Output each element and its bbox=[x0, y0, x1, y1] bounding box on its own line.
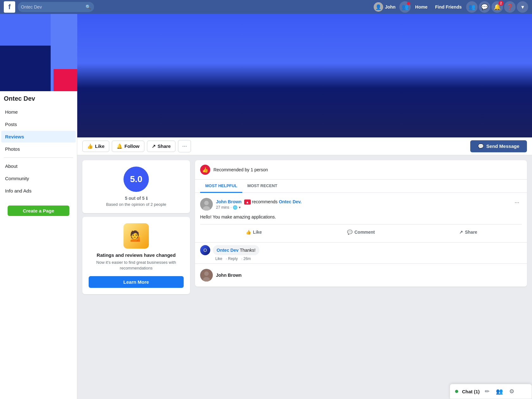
people-icon[interactable]: 👥 bbox=[466, 1, 478, 13]
profile-image-inner bbox=[0, 14, 77, 91]
reviewer-name-link[interactable]: John Brown bbox=[216, 199, 242, 204]
sidebar-item-reviews[interactable]: Reviews bbox=[1, 131, 76, 142]
group-icon: 👥 bbox=[468, 3, 475, 10]
comment-icon: 💬 bbox=[347, 230, 352, 235]
review-actions: 👍 Like 💬 Comment ↗ Share bbox=[200, 224, 522, 237]
comment-bubble: Ontec Dev Thanks! bbox=[213, 245, 259, 255]
comment-like-link[interactable]: Like bbox=[215, 256, 222, 261]
page-link[interactable]: Ontec Dev. bbox=[279, 199, 301, 204]
recommended-text: Recommended by 1 person bbox=[213, 167, 268, 172]
thumbs-up-icon: 👍 bbox=[87, 143, 93, 149]
search-bar[interactable]: 🔍 bbox=[18, 2, 94, 12]
search-icon: 🔍 bbox=[86, 4, 91, 10]
comment-avatar: O bbox=[200, 245, 210, 255]
review-like-button[interactable]: 👍 Like bbox=[200, 227, 307, 237]
share-icon: ↗ bbox=[459, 230, 463, 235]
share-button[interactable]: ↗ Share bbox=[147, 141, 176, 152]
changes-title: Ratings and reviews have changed bbox=[89, 252, 184, 258]
comment-item: O Ontec Dev Thanks! Like · bbox=[195, 243, 527, 263]
reviewer-details: John Brown ▲ recommends Ontec Dev. 27 mi… bbox=[216, 199, 301, 210]
sidebar-item-about[interactable]: About bbox=[1, 160, 76, 172]
sidebar-item-community[interactable]: Community bbox=[1, 173, 76, 184]
comment-text: Thanks! bbox=[240, 248, 256, 253]
reviewer-info: John Brown ▲ recommends Ontec Dev. 27 mi… bbox=[200, 198, 301, 211]
friend-requests-icon[interactable]: 👥 bbox=[399, 1, 411, 13]
sidebar-item-posts[interactable]: Posts bbox=[1, 118, 76, 130]
like-button[interactable]: 👍 Like bbox=[82, 141, 109, 152]
commenter-initial: O bbox=[204, 248, 207, 253]
rating-card: 5.0 5 out of 5 ℹ Based on the opinion of… bbox=[82, 160, 190, 213]
reviews-card: 👍 Recommended by 1 person MOST HELPFUL M… bbox=[195, 160, 527, 287]
chat-bubble-icon: 💬 bbox=[481, 3, 488, 10]
more-options-button[interactable]: ··· bbox=[178, 140, 191, 152]
review-comment-button[interactable]: 💬 Comment bbox=[307, 227, 415, 237]
sidebar-item-photos[interactable]: Photos bbox=[1, 143, 76, 155]
svg-point-4 bbox=[204, 271, 209, 276]
recommends-badge: ▲ bbox=[244, 200, 251, 205]
reviewer-avatar bbox=[200, 198, 213, 211]
follow-icon: 🔔 bbox=[117, 143, 123, 149]
chat-contacts-button[interactable]: 👥 bbox=[495, 387, 504, 396]
cover-photo bbox=[77, 14, 532, 137]
sidebar-divider bbox=[4, 157, 73, 158]
find-friends-nav-btn[interactable]: Find Friends bbox=[432, 3, 465, 11]
svg-point-1 bbox=[204, 201, 209, 205]
notification-badge: 2 bbox=[498, 1, 504, 6]
nav-user-profile[interactable]: 👤 John bbox=[371, 1, 398, 13]
review-more-button[interactable]: ··· bbox=[512, 198, 522, 207]
left-panel: 5.0 5 out of 5 ℹ Based on the opinion of… bbox=[82, 160, 190, 294]
right-panel: 👍 Recommended by 1 person MOST HELPFUL M… bbox=[195, 160, 527, 287]
chat-settings-button[interactable]: ⚙ bbox=[508, 387, 516, 396]
top-navigation: f 🔍 👤 John 👥 Home Find Friends 👥 💬 🔔 2 bbox=[0, 0, 532, 14]
review-header: John Brown ▲ recommends Ontec Dev. 27 mi… bbox=[200, 198, 522, 211]
comment-author-link[interactable]: Ontec Dev bbox=[217, 248, 238, 253]
content-row: 5.0 5 out of 5 ℹ Based on the opinion of… bbox=[77, 155, 532, 299]
message-icon: 💬 bbox=[478, 143, 484, 149]
review-text: Hello! You make amazing applications. bbox=[200, 214, 522, 220]
create-page-button[interactable]: Create a Page bbox=[8, 206, 69, 216]
rating-score: 5.0 bbox=[130, 174, 142, 184]
notifications-icon[interactable]: 🔔 2 bbox=[491, 1, 503, 13]
action-bar: 👍 Like 🔔 Follow ↗ Share ··· 💬 Send Messa… bbox=[77, 137, 532, 155]
second-reviewer-avatar bbox=[200, 269, 213, 282]
info-icon[interactable]: ℹ bbox=[146, 196, 148, 201]
rating-sub: Based on the opinion of 2 people bbox=[89, 202, 184, 207]
second-reviewer-row: John Brown bbox=[195, 263, 527, 287]
learn-more-button[interactable]: Learn More bbox=[89, 276, 184, 288]
user-avatar: 👤 bbox=[374, 2, 383, 12]
comment-reply-link[interactable]: Reply bbox=[228, 256, 238, 261]
page-wrapper: Ontec Dev Home Posts Reviews Photos Abou… bbox=[0, 14, 532, 399]
reviewer-name: John Brown ▲ recommends Ontec Dev. bbox=[216, 199, 301, 205]
changes-card: 💁 Ratings and reviews have changed Now i… bbox=[82, 217, 190, 294]
tab-most-recent[interactable]: MOST RECENT bbox=[242, 180, 282, 193]
comment-meta: Like · Reply · 26m bbox=[213, 256, 259, 261]
comment-content: Ontec Dev Thanks! Like · Reply · 26m bbox=[213, 245, 259, 261]
facebook-logo[interactable]: f bbox=[4, 1, 15, 13]
help-icon[interactable]: ❓ bbox=[504, 1, 516, 13]
changes-description: Now it's easier to find great businesses… bbox=[89, 260, 184, 271]
sidebar-navigation: Home Posts Reviews Photos About Communit… bbox=[0, 106, 77, 197]
sidebar-item-home[interactable]: Home bbox=[1, 106, 76, 118]
messenger-icon[interactable]: 💬 bbox=[479, 1, 490, 13]
review-item: John Brown ▲ recommends Ontec Dev. 27 mi… bbox=[195, 193, 527, 243]
comment-author: Ontec Dev bbox=[217, 248, 240, 253]
chat-label: Chat (1) bbox=[462, 389, 480, 394]
review-share-button[interactable]: ↗ Share bbox=[415, 227, 522, 237]
follow-button[interactable]: 🔔 Follow bbox=[112, 141, 144, 152]
tab-most-helpful[interactable]: MOST HELPFUL bbox=[200, 180, 242, 193]
rating-text: 5 out of 5 ℹ bbox=[89, 196, 184, 201]
chat-online-dot bbox=[455, 390, 458, 393]
search-input[interactable] bbox=[21, 4, 84, 10]
home-nav-btn[interactable]: Home bbox=[412, 3, 431, 11]
chat-compose-button[interactable]: ✏ bbox=[484, 387, 491, 396]
menu-icon[interactable]: ▾ bbox=[517, 1, 528, 13]
recommended-icon: 👍 bbox=[200, 165, 210, 175]
nav-user-name: John bbox=[385, 4, 396, 10]
second-reviewer-name: John Brown bbox=[216, 273, 242, 278]
profile-block-navy bbox=[0, 46, 54, 91]
chat-bar: Chat (1) ✏ 👥 ⚙ bbox=[450, 384, 532, 399]
like-icon: 👍 bbox=[246, 230, 251, 235]
send-message-button[interactable]: 💬 Send Message bbox=[470, 140, 527, 152]
sidebar-item-info-and-ads[interactable]: Info and Ads bbox=[1, 185, 76, 197]
notification-dot bbox=[407, 2, 410, 5]
